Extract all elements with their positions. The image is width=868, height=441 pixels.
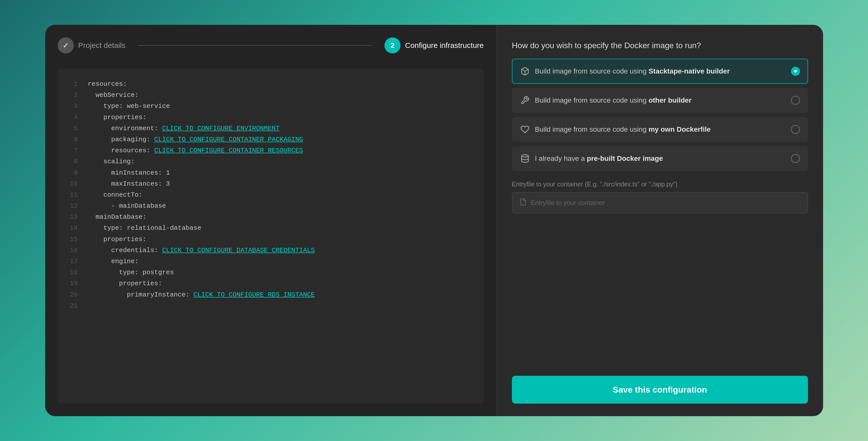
entryfile-input-container[interactable]: Entryfile to your container <box>512 192 808 214</box>
code-line: 10 maxInstances: 3 <box>68 178 474 189</box>
main-container: ✓ Project details 2 Configure infrastruc… <box>45 25 823 416</box>
configure-resources-link[interactable]: CLICK_TO_CONFIGURE_CONTAINER_RESOURCES <box>154 147 303 154</box>
code-line: 3 type: web-service <box>68 101 474 112</box>
step-2: 2 Configure infrastructure <box>384 37 484 54</box>
code-line: 18 type: postgres <box>68 267 474 278</box>
svg-point-1 <box>794 70 797 72</box>
option-prebuilt[interactable]: I already have a pre-built Docker image <box>512 146 808 171</box>
file-icon <box>520 198 527 208</box>
option-other-builder-radio <box>791 96 800 105</box>
panel-question: How do you wish to specify the Docker im… <box>512 40 808 51</box>
step-1: ✓ Project details <box>58 37 125 54</box>
option-prebuilt-radio <box>791 154 800 163</box>
code-line: 6 packaging: CLICK_TO_CONFIGURE_CONTAINE… <box>68 134 474 145</box>
dockerfile-icon <box>520 124 530 134</box>
configure-environment-link[interactable]: CLICK_TO_CONFIGURE_ENVIRONMENT <box>162 125 280 132</box>
entryfile-label: Entryfile to your container (E.g. "./src… <box>512 180 808 188</box>
code-line: 1 resources: <box>68 78 474 90</box>
code-line: 20 primaryInstance: CLICK_TO_CONFIGURE_R… <box>68 289 474 300</box>
spacer <box>512 214 808 368</box>
configure-credentials-link[interactable]: CLICK_TO_CONFIGURE_DATABASE_CREDENTIALS <box>162 247 315 254</box>
code-line: 17 engine: <box>68 256 474 267</box>
code-line: 14 type: relational-database <box>68 222 474 233</box>
code-line: 19 properties: <box>68 278 474 289</box>
option-dockerfile-radio <box>791 125 800 134</box>
option-other-builder-text: Build image from source code using other… <box>535 95 691 105</box>
svg-point-2 <box>522 155 528 157</box>
step-2-circle: 2 <box>384 37 401 54</box>
code-line: 4 properties: <box>68 112 474 123</box>
configure-rds-link[interactable]: CLICK_TO_CONFIGURE_RDS_INSTANCE <box>193 291 315 298</box>
code-line: 13 mainDatabase: <box>68 212 474 222</box>
code-line: 15 properties: <box>68 234 474 245</box>
option-native-text: Build image from source code using Stack… <box>535 66 730 76</box>
step-2-label: Configure infrastructure <box>405 41 484 50</box>
option-native-radio <box>791 67 800 76</box>
step-1-label: Project details <box>78 41 125 50</box>
stepper: ✓ Project details 2 Configure infrastruc… <box>58 37 484 54</box>
code-line: 21 <box>68 300 474 311</box>
code-line: 5 environment: CLICK_TO_CONFIGURE_ENVIRO… <box>68 123 474 134</box>
code-line: 7 resources: CLICK_TO_CONFIGURE_CONTAINE… <box>68 145 474 156</box>
right-panel: How do you wish to specify the Docker im… <box>497 25 823 416</box>
step-1-circle: ✓ <box>58 37 74 54</box>
prebuilt-icon <box>520 154 530 163</box>
code-editor: 1 resources: 2 webService: 3 type: web-s… <box>58 68 484 404</box>
option-dockerfile[interactable]: Build image from source code using my ow… <box>512 117 808 142</box>
code-line: 16 credentials: CLICK_TO_CONFIGURE_DATAB… <box>68 245 474 256</box>
code-line: 12 - mainDatabase <box>68 200 474 212</box>
code-line: 9 minInstances: 1 <box>68 167 474 178</box>
option-native[interactable]: Build image from source code using Stack… <box>512 59 808 84</box>
step-2-number: 2 <box>391 41 395 50</box>
other-builder-icon <box>520 95 530 105</box>
left-panel: ✓ Project details 2 Configure infrastruc… <box>45 25 497 416</box>
configure-packaging-link[interactable]: CLICK_TO_CONFIGURE_CONTAINER_PACKAGING <box>154 136 303 143</box>
checkmark-icon: ✓ <box>62 41 69 50</box>
native-builder-icon <box>520 66 530 76</box>
entryfile-placeholder: Entryfile to your container <box>531 199 605 207</box>
option-dockerfile-text: Build image from source code using my ow… <box>535 124 711 134</box>
step-divider <box>138 45 372 46</box>
code-line: 11 connectTo: <box>68 189 474 200</box>
code-line: 8 scaling: <box>68 156 474 167</box>
code-line: 2 webService: <box>68 90 474 101</box>
save-button[interactable]: Save this configuration <box>512 376 808 404</box>
option-prebuilt-text: I already have a pre-built Docker image <box>535 154 663 163</box>
option-other-builder[interactable]: Build image from source code using other… <box>512 88 808 113</box>
